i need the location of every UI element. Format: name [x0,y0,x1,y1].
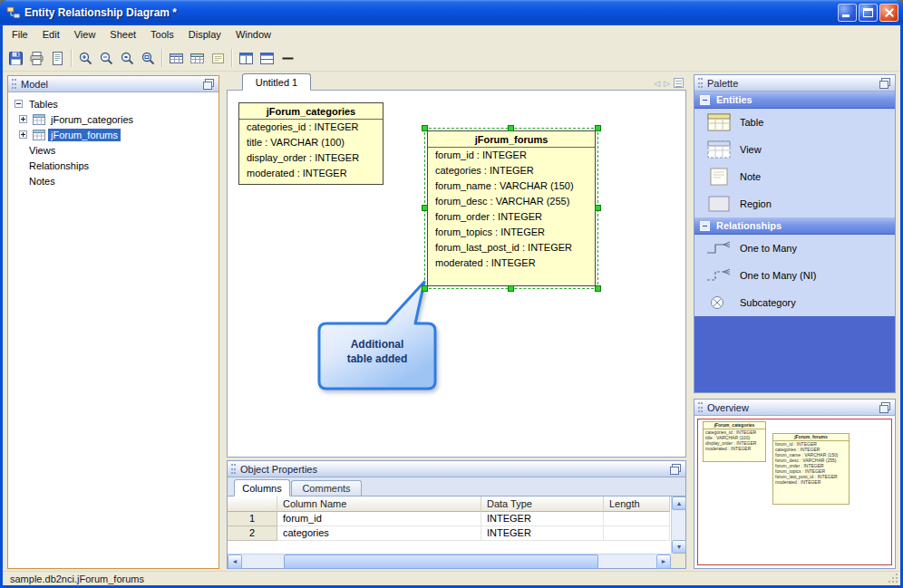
cell-column-name[interactable]: categories [277,526,481,541]
zoom-fit-button[interactable] [138,48,159,68]
next-tab-icon[interactable]: ▷ [664,79,670,88]
model-panel-header[interactable]: Model [8,76,218,92]
callout-text[interactable]: Additional table added [319,337,435,366]
palette-item-subcategory[interactable]: Subcategory [694,289,895,316]
prev-tab-icon[interactable]: ◁ [654,79,660,88]
collapse-expander-icon[interactable] [15,100,23,108]
callout-balloon[interactable] [314,276,441,394]
entity-column[interactable]: forum_last_post_id : INTEGER [428,240,595,255]
zoom-in-button[interactable] [75,48,96,68]
model-panel-float-button[interactable] [202,79,215,90]
panel-grip-icon[interactable] [698,402,703,412]
selection-handle[interactable] [422,285,428,292]
selection-handle[interactable] [595,285,601,292]
entity-column[interactable]: forum_name : VARCHAR (150) [428,178,595,194]
print-button[interactable] [26,48,47,68]
entity-column[interactable]: title : VARCHAR (100) [239,135,383,150]
scroll-right-icon[interactable]: ► [656,554,671,569]
cell-length[interactable] [604,512,670,526]
selection-handle[interactable] [595,205,601,211]
tree-item-tables[interactable]: Tables [8,96,218,111]
entity-column[interactable]: display_order : INTEGER [239,150,383,166]
maximize-button[interactable] [859,4,878,22]
expand-expander-icon[interactable] [19,130,27,139]
cell-data-type[interactable]: INTEGER [481,526,604,541]
vertical-scrollbar[interactable]: ▲ ▼ [671,496,685,554]
palette-item-view[interactable]: View [694,136,895,163]
menu-view[interactable]: View [67,25,103,45]
title-bar[interactable]: Entity Relationship Diagram * [0,0,903,25]
split-vertical-button[interactable] [257,48,277,68]
entity-title[interactable]: jForum_forums [428,131,595,148]
print-preview-button[interactable] [47,48,68,68]
entity-column[interactable]: moderated : INTEGER [239,166,383,181]
cell-length[interactable] [604,526,670,541]
palette-item-one-to-many-ni[interactable]: One to Many (NI) [694,262,895,289]
selection-handle[interactable] [508,125,514,131]
diagram-canvas[interactable]: jForum_categories categories_id : INTEGE… [227,90,686,458]
palette-section-relationships[interactable]: Relationships [694,217,895,235]
palette-header[interactable]: Palette [694,75,895,92]
close-button[interactable] [879,4,898,22]
collapse-section-icon[interactable] [700,221,710,231]
entity-column[interactable]: categories : INTEGER [428,163,595,178]
entity-column[interactable]: forum_order : INTEGER [428,209,595,225]
add-note-button[interactable] [208,48,228,68]
tab-comments[interactable]: Comments [291,480,362,496]
palette-item-one-to-many[interactable]: One to Many [694,235,895,262]
selection-handle[interactable] [595,125,601,131]
object-properties-float-button[interactable] [669,464,682,475]
grid-row[interactable]: 1 forum_id INTEGER [228,512,671,526]
entity-column[interactable]: forum_desc : VARCHAR (255) [428,194,595,209]
entity-jforum-forums[interactable]: jForum_forums forum_id : INTEGER categor… [427,130,596,286]
collapse-section-icon[interactable] [700,95,710,105]
minimize-button[interactable] [838,4,857,22]
tab-columns[interactable]: Columns [234,479,290,496]
scrollbar-thumb[interactable] [284,554,598,569]
split-horizontal-button[interactable] [236,48,257,68]
grid-row[interactable]: 2 categories INTEGER [228,526,671,541]
tree-item-jforum-categories[interactable]: jForum_categories [8,111,218,127]
entity-column[interactable]: moderated : INTEGER [428,255,595,271]
entity-column[interactable]: forum_topics : INTEGER [428,225,595,240]
overview-body[interactable]: jForum_categories categories_id : INTEGE… [694,416,895,568]
tree-item-notes[interactable]: Notes [8,173,218,188]
cell-column-name[interactable]: forum_id [277,512,481,526]
sheet-list-icon[interactable] [674,78,684,88]
tree-item-jforum-forums[interactable]: jForum_forums [8,127,218,142]
tab-untitled-1[interactable]: Untitled 1 [242,73,311,91]
cell-data-type[interactable]: INTEGER [481,512,604,526]
menu-tools[interactable]: Tools [143,25,181,45]
selection-handle[interactable] [508,285,514,292]
menu-window[interactable]: Window [228,25,278,45]
overview-header[interactable]: Overview [694,400,895,416]
palette-section-entities[interactable]: Entities [694,92,895,109]
expand-expander-icon[interactable] [19,115,27,123]
add-table-button[interactable] [166,48,187,68]
selection-handle[interactable] [422,205,428,211]
scroll-up-icon[interactable]: ▲ [672,496,686,510]
panel-grip-icon[interactable] [231,464,236,474]
entity-title[interactable]: jForum_categories [239,103,383,120]
menu-display[interactable]: Display [181,25,228,45]
zoom-actual-size-button[interactable] [117,48,138,68]
object-properties-header[interactable]: Object Properties [228,461,685,477]
palette-float-button[interactable] [879,78,891,89]
panel-grip-icon[interactable] [698,78,703,88]
entity-jforum-categories[interactable]: jForum_categories categories_id : INTEGE… [238,102,384,185]
panel-grip-icon[interactable] [12,79,16,89]
selection-handle[interactable] [422,125,428,131]
palette-item-table[interactable]: Table [694,109,895,136]
row-number[interactable]: 2 [228,526,277,541]
horizontal-scrollbar[interactable]: ◄ ► [228,554,671,568]
menu-file[interactable]: File [5,25,35,45]
resize-grip-icon[interactable] [888,573,899,584]
entity-column[interactable]: forum_id : INTEGER [428,148,595,163]
add-view-button[interactable] [187,48,208,68]
scrollbar-track[interactable] [242,554,656,569]
scroll-left-icon[interactable]: ◄ [228,554,242,569]
palette-item-region[interactable]: Region [694,190,895,217]
zoom-out-button[interactable] [96,48,117,68]
save-button[interactable] [5,48,26,68]
scroll-down-icon[interactable]: ▼ [672,540,686,554]
